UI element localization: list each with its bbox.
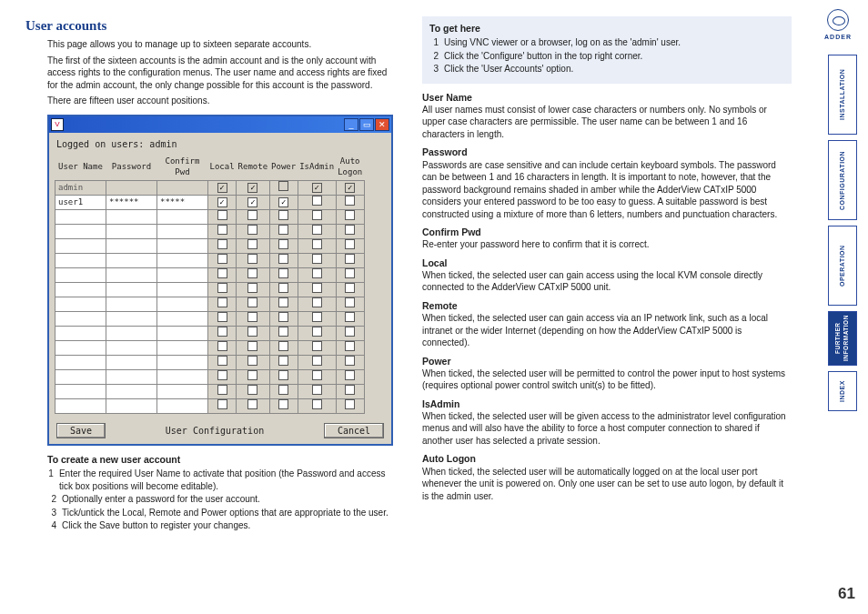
text-cell[interactable] [157,326,208,340]
checkbox[interactable] [247,283,257,293]
checkbox[interactable] [278,385,288,395]
checkbox[interactable] [312,283,322,293]
checkbox[interactable] [217,225,227,235]
checkbox[interactable] [312,399,322,409]
checkbox[interactable] [345,283,355,293]
checkbox[interactable] [312,327,322,337]
text-cell[interactable] [106,224,157,238]
text-cell[interactable] [56,267,106,282]
checkbox[interactable] [278,268,288,278]
checkbox[interactable] [345,225,355,235]
checkbox[interactable] [312,254,322,264]
checkbox[interactable] [278,297,288,307]
checkbox[interactable] [217,210,227,220]
text-cell[interactable] [56,253,106,267]
checkbox[interactable] [345,239,355,249]
text-cell[interactable]: ***** [157,195,208,209]
checkbox[interactable] [312,356,322,366]
tab-operation[interactable]: OPERATION [828,226,857,306]
checkbox[interactable] [278,399,288,409]
text-cell[interactable] [56,355,106,369]
checkbox[interactable] [247,210,257,220]
checkbox[interactable] [217,327,227,337]
text-cell[interactable] [157,398,208,413]
text-cell[interactable] [106,355,157,369]
checkbox[interactable] [217,297,227,307]
checkbox[interactable] [217,239,227,249]
checkbox[interactable] [345,399,355,409]
checkbox[interactable] [217,254,227,264]
checkbox[interactable] [217,370,227,380]
text-cell[interactable] [157,253,208,267]
checkbox[interactable] [278,341,288,351]
text-cell[interactable] [56,297,106,311]
checkbox[interactable] [345,254,355,264]
cancel-button[interactable]: Cancel [324,423,384,439]
minimize-icon[interactable]: _ [344,118,358,131]
tab-configuration[interactable]: CONFIGURATION [828,140,857,220]
checkbox[interactable] [217,283,227,293]
maximize-icon[interactable]: ▭ [359,118,374,131]
checkbox[interactable] [312,268,322,278]
text-cell[interactable] [157,224,208,238]
text-cell[interactable] [157,355,208,369]
checkbox[interactable] [278,312,288,322]
checkbox[interactable]: ✓ [217,197,227,207]
tab-further-information[interactable]: FURTHER INFORMATION [828,311,857,366]
text-cell[interactable] [157,297,208,311]
checkbox[interactable] [247,312,257,322]
checkbox[interactable] [345,297,355,307]
checkbox[interactable] [278,283,288,293]
text-cell[interactable] [56,326,106,340]
tab-index[interactable]: INDEX [828,371,857,411]
checkbox[interactable] [278,327,288,337]
text-cell[interactable] [106,267,157,282]
checkbox[interactable] [345,356,355,366]
checkbox[interactable] [217,356,227,366]
checkbox[interactable] [247,327,257,337]
checkbox[interactable] [345,370,355,380]
checkbox[interactable] [312,210,322,220]
text-cell[interactable] [157,340,208,355]
text-cell[interactable] [157,311,208,326]
checkbox[interactable] [247,254,257,264]
checkbox[interactable] [247,239,257,249]
checkbox[interactable] [345,196,355,206]
text-cell[interactable] [106,326,157,340]
checkbox[interactable] [247,341,257,351]
checkbox[interactable] [312,225,322,235]
text-cell[interactable] [56,340,106,355]
tab-installation[interactable]: INSTALLATION [828,55,857,135]
text-cell[interactable] [106,253,157,267]
text-cell[interactable] [56,311,106,326]
text-cell[interactable] [56,282,106,297]
checkbox[interactable] [345,385,355,395]
checkbox[interactable] [247,356,257,366]
checkbox[interactable] [278,356,288,366]
text-cell[interactable] [157,238,208,253]
text-cell[interactable] [56,398,106,413]
checkbox[interactable] [345,210,355,220]
checkbox[interactable] [247,385,257,395]
checkbox[interactable]: ✓ [278,197,288,207]
checkbox[interactable] [217,268,227,278]
checkbox[interactable] [247,268,257,278]
text-cell[interactable] [106,398,157,413]
checkbox[interactable] [217,385,227,395]
text-cell[interactable] [56,238,106,253]
checkbox[interactable] [345,327,355,337]
text-cell[interactable] [106,311,157,326]
text-cell[interactable] [106,340,157,355]
text-cell[interactable]: ****** [106,195,157,209]
text-cell[interactable] [56,224,106,238]
checkbox[interactable] [217,341,227,351]
text-cell[interactable] [106,209,157,224]
checkbox[interactable]: ✓ [247,197,257,207]
checkbox[interactable] [247,370,257,380]
text-cell[interactable] [106,369,157,384]
text-cell[interactable]: user1 [56,195,106,209]
text-cell[interactable] [106,384,157,398]
checkbox[interactable] [345,341,355,351]
checkbox[interactable] [312,239,322,249]
text-cell[interactable] [56,209,106,224]
